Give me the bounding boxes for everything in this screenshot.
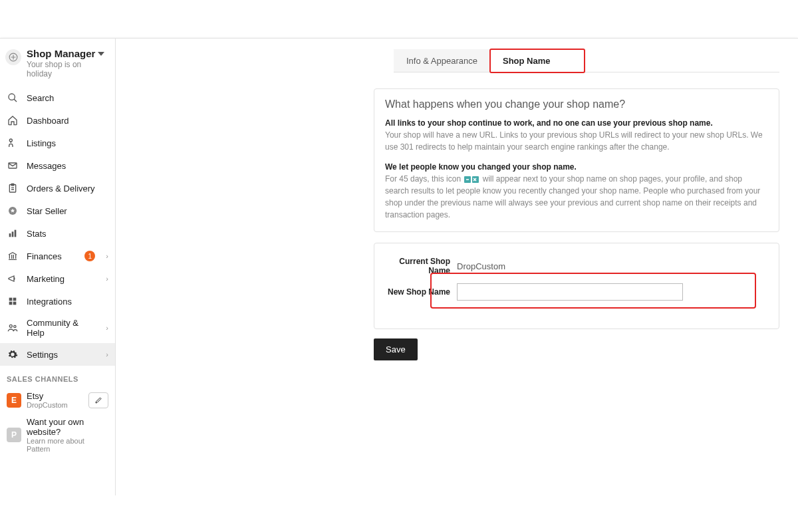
sidebar-label: Orders & Delivery — [27, 184, 108, 194]
name-change-icon — [464, 176, 479, 183]
info-p1-bold: All links to your shop continue to work,… — [385, 118, 768, 128]
info-p2-bold: We let people know you changed your shop… — [385, 162, 768, 172]
info-box: What happens when you change your shop n… — [374, 88, 779, 232]
sidebar-label: Dashboard — [27, 116, 108, 126]
chevron-right-icon: › — [106, 324, 108, 332]
channel-text: Want your own website? Learn more about … — [27, 417, 108, 453]
svg-rect-9 — [15, 230, 17, 237]
sidebar-item-orders[interactable]: Orders & Delivery — [0, 177, 115, 200]
etsy-badge-icon: E — [7, 393, 21, 408]
channel-title: Want your own website? — [27, 417, 108, 437]
new-name-row: New Shop Name — [385, 283, 768, 301]
sidebar-item-stats[interactable]: Stats — [0, 222, 115, 245]
stats-icon — [7, 227, 19, 239]
shop-header-text: Shop Manager Your shop is on holiday — [27, 48, 108, 78]
mail-icon — [7, 160, 19, 172]
sidebar-item-marketing[interactable]: Marketing › — [0, 267, 115, 290]
caret-down-icon — [98, 52, 104, 56]
current-name-value: DropCustom — [457, 261, 505, 271]
sidebar-label: Star Seller — [27, 206, 108, 216]
svg-rect-12 — [9, 302, 13, 305]
svg-rect-10 — [9, 298, 13, 301]
new-name-label: New Shop Name — [385, 287, 457, 297]
info-p2-text: For 45 days, this icon will appear next … — [385, 173, 768, 221]
grid-icon — [7, 295, 19, 307]
tab-info-appearance[interactable]: Info & Appearance — [394, 49, 490, 72]
search-icon — [7, 92, 19, 104]
settings-tabs: Info & Appearance Shop Name — [394, 49, 779, 72]
sidebar-item-listings[interactable]: Listings — [0, 132, 115, 154]
tag-icon — [7, 137, 19, 149]
svg-rect-8 — [12, 231, 14, 237]
sidebar-label: Community & Help — [27, 318, 98, 338]
tab-label: Info & Appearance — [406, 56, 477, 66]
shop-status-subtitle: Your shop is on holiday — [27, 60, 108, 78]
bank-icon — [7, 250, 19, 262]
sidebar-nav: Search Dashboard Listings Messages Order… — [0, 86, 115, 366]
info-p1-text: Your shop will have a new URL. Links to … — [385, 129, 768, 153]
home-icon — [7, 114, 19, 126]
chevron-right-icon: › — [106, 350, 108, 358]
megaphone-icon — [7, 273, 19, 285]
info-p2-text-a: For 45 days, this icon — [385, 174, 461, 184]
current-name-row: Current Shop Name DropCustom — [385, 257, 768, 275]
channel-etsy[interactable]: E Etsy DropCustom — [0, 387, 115, 413]
sidebar-label: Integrations — [27, 297, 108, 307]
main-content: Info & Appearance Shop Name What happens… — [116, 39, 798, 495]
svg-point-2 — [9, 139, 12, 142]
sidebar-item-community[interactable]: Community & Help › — [0, 313, 115, 343]
sidebar: Shop Manager Your shop is on holiday Sea… — [0, 39, 116, 495]
chevron-right-icon: › — [106, 275, 108, 283]
sidebar-item-integrations[interactable]: Integrations — [0, 290, 115, 313]
tab-label: Shop Name — [503, 56, 551, 66]
svg-point-1 — [9, 94, 15, 100]
clipboard-icon — [7, 182, 19, 194]
pattern-badge-icon: P — [7, 428, 21, 442]
current-name-label: Current Shop Name — [385, 257, 457, 275]
shop-manager-title: Shop Manager — [27, 48, 95, 59]
chevron-right-icon: › — [106, 252, 108, 260]
sidebar-label: Listings — [27, 138, 108, 148]
svg-rect-13 — [13, 302, 17, 305]
sidebar-item-finances[interactable]: Finances 1 › — [0, 245, 115, 267]
tab-shop-name[interactable]: Shop Name — [490, 49, 585, 72]
shop-manager-header[interactable]: Shop Manager Your shop is on holiday — [0, 47, 115, 86]
app-container: Shop Manager Your shop is on holiday Sea… — [0, 38, 798, 495]
sidebar-label: Stats — [27, 229, 108, 239]
sidebar-item-settings[interactable]: Settings › — [0, 343, 115, 366]
svg-rect-11 — [13, 298, 17, 301]
sales-channels-label: Sales Channels — [0, 366, 115, 387]
finances-badge: 1 — [84, 251, 95, 261]
channel-subtitle: DropCustom — [27, 401, 83, 409]
sidebar-item-messages[interactable]: Messages — [0, 154, 115, 177]
sidebar-item-dashboard[interactable]: Dashboard — [0, 109, 115, 132]
sidebar-label: Messages — [27, 161, 108, 171]
svg-rect-7 — [9, 233, 11, 237]
edit-channel-button[interactable] — [88, 392, 108, 408]
sidebar-item-search[interactable]: Search — [0, 86, 115, 109]
channel-pattern[interactable]: P Want your own website? Learn more abou… — [0, 413, 115, 457]
info-title: What happens when you change your shop n… — [385, 98, 768, 110]
content-wrap: What happens when you change your shop n… — [374, 88, 779, 360]
shop-name-form: Current Shop Name DropCustom New Shop Na… — [374, 243, 779, 329]
shop-logo-icon — [5, 49, 21, 65]
pencil-icon — [94, 396, 102, 404]
save-button[interactable]: Save — [374, 338, 418, 360]
channel-text: Etsy DropCustom — [27, 391, 83, 409]
sidebar-label: Search — [27, 93, 108, 103]
channel-subtitle: Learn more about Pattern — [27, 437, 108, 453]
channel-title: Etsy — [27, 391, 83, 401]
new-shop-name-input[interactable] — [457, 283, 683, 301]
sidebar-label: Marketing — [27, 274, 98, 284]
sidebar-item-star-seller[interactable]: Star Seller — [0, 200, 115, 222]
sidebar-label: Finances — [27, 251, 76, 261]
gear-icon — [7, 348, 19, 360]
svg-point-15 — [14, 325, 16, 327]
svg-point-14 — [9, 325, 12, 327]
star-icon — [7, 205, 19, 217]
sidebar-label: Settings — [27, 350, 98, 360]
people-icon — [7, 322, 19, 334]
